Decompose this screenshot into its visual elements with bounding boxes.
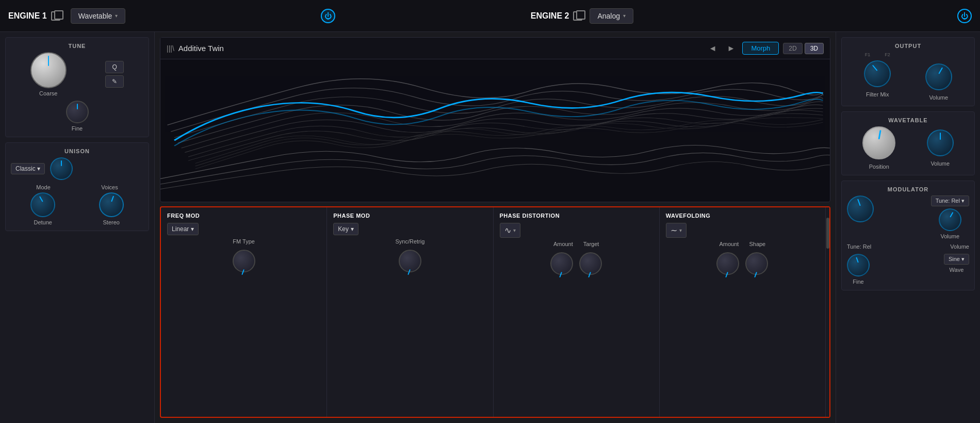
- scrollbar-thumb[interactable]: [826, 218, 829, 249]
- wt-volume-indicator: [940, 133, 941, 140]
- pd-target-knob[interactable]: [579, 252, 602, 275]
- stereo-knob[interactable]: [99, 192, 124, 217]
- wavetable-right-knobs: Position Volume: [847, 126, 969, 170]
- engine2-label: ENGINE 2: [531, 11, 583, 21]
- filter-mix-label: Filter Mix: [866, 91, 889, 97]
- phase-mod-title: PHASE MOD: [333, 213, 486, 219]
- wavetable-svg: [160, 59, 830, 202]
- output-volume-knob[interactable]: [925, 63, 952, 90]
- engine2-copy-icon[interactable]: [573, 11, 582, 21]
- engine1-copy-icon[interactable]: [51, 11, 60, 21]
- output-volume-container: Volume: [925, 52, 952, 101]
- phase-dist-amount-label: Amount: [553, 241, 573, 247]
- engine1-type-label: Wavetable: [78, 12, 112, 20]
- wavetable-icon: |||\: [167, 44, 174, 53]
- view-2d-button[interactable]: 2D: [783, 43, 802, 54]
- wt-position-container: Position: [862, 126, 895, 170]
- wf-shape-indicator: [755, 272, 758, 278]
- freq-mod-knob[interactable]: [233, 250, 255, 272]
- mode-select[interactable]: Classic ▾: [11, 163, 45, 174]
- phase-mod-knobs: [333, 250, 486, 272]
- phase-mod-knob[interactable]: [399, 250, 421, 272]
- mod-volume-label: Volume: [940, 233, 959, 239]
- engine2-type-label: Analog: [597, 12, 620, 20]
- phase-mod-dropdown[interactable]: Key ▾: [333, 223, 358, 235]
- engine2-power-button[interactable]: ⏻: [957, 9, 972, 23]
- mod-right-controls: Tune: Rel ▾ Volume: [931, 196, 969, 239]
- pencil-button[interactable]: ✎: [105, 75, 124, 88]
- output-volume-indicator: [938, 67, 943, 74]
- mod-volume-knob[interactable]: [939, 208, 961, 231]
- engine1-label: ENGINE 1: [8, 11, 60, 21]
- top-bar: ENGINE 1 Wavetable ▾ ⏻ ENGINE 2 Analog ▾…: [0, 0, 980, 32]
- freq-mod-arrow: ▾: [191, 225, 194, 233]
- output-volume-label: Volume: [929, 94, 948, 101]
- wt-volume-label: Volume: [930, 160, 950, 167]
- engine2-section: ENGINE 2 Analog ▾ ⏻: [531, 8, 972, 24]
- mod-fine-knob[interactable]: [847, 254, 870, 276]
- q-button[interactable]: Q: [105, 61, 124, 73]
- view-3d-button[interactable]: 3D: [805, 43, 824, 54]
- filter-mix-indicator: [872, 65, 878, 71]
- freq-mod-knobs: [167, 250, 320, 272]
- fine-knob[interactable]: [66, 101, 89, 123]
- engine1-power-button[interactable]: ⏻: [321, 9, 335, 23]
- wavefolding-dropdown[interactable]: ∼ ▾: [666, 223, 687, 238]
- mod-fine-indicator: [856, 257, 859, 263]
- phase-mod-indicator: [407, 269, 411, 275]
- detune-knob[interactable]: [30, 192, 55, 217]
- fine-knob-container: Fine: [66, 101, 89, 132]
- wf-amount-knob[interactable]: [716, 252, 739, 275]
- wt-position-knob[interactable]: [862, 126, 895, 159]
- front-waves: [160, 145, 830, 189]
- wavefolding-title: WAVEFOLDING: [666, 213, 819, 219]
- filter-sub-labels: F1 F2: [865, 52, 890, 57]
- pd-amount-container: [550, 252, 573, 275]
- freq-mod-section: FREQ MOD Linear ▾ FM Type: [161, 207, 327, 417]
- freq-mod-dropdown[interactable]: Linear ▾: [167, 223, 199, 235]
- mode-label: Mode: [36, 184, 51, 190]
- main-area: TUNE Coarse Q ✎ Fine: [0, 32, 980, 423]
- modulator-section: MODULATOR Tune: Rel ▾: [841, 181, 975, 290]
- coarse-knob[interactable]: [30, 52, 67, 88]
- wavefolding-labels: Amount Shape: [666, 241, 819, 247]
- engine2-type-dropdown[interactable]: Analog ▾: [590, 8, 633, 24]
- phase-distortion-section: PHASE DISTORTION ∿ ▾ Amount Target: [494, 207, 660, 417]
- mod-tune-knob[interactable]: [847, 196, 874, 222]
- engine1-type-dropdown[interactable]: Wavetable ▾: [71, 8, 126, 24]
- voices-indicator: [61, 160, 62, 166]
- voices-label: Voices: [101, 184, 118, 190]
- fm-type-label: FM Type: [167, 238, 320, 245]
- tune-rel-dropdown[interactable]: Tune: Rel ▾: [931, 196, 969, 206]
- tune-knobs-row: Coarse Q ✎: [11, 52, 143, 96]
- pd-amount-knob[interactable]: [550, 252, 573, 275]
- wt-volume-container: Volume: [927, 129, 954, 167]
- wf-shape-knob[interactable]: [745, 252, 768, 275]
- wavetable-next-button[interactable]: ►: [724, 43, 739, 54]
- wavefolding-amount-label: Amount: [720, 241, 739, 247]
- wave-dropdown[interactable]: Sine ▾: [944, 254, 969, 265]
- left-panel: TUNE Coarse Q ✎ Fine: [0, 32, 155, 423]
- output-section: OUTPUT F1 F2 Filter Mix: [841, 37, 975, 106]
- morph-button[interactable]: Morph: [742, 42, 779, 55]
- engine1-power-icon: ⏻: [324, 12, 332, 20]
- engine2-dropdown-arrow: ▾: [623, 13, 626, 19]
- f2-label: F2: [885, 52, 890, 57]
- filter-mix-knob[interactable]: [864, 60, 891, 87]
- unison-top-row: Classic ▾: [11, 157, 143, 180]
- wf-amount-container: [716, 252, 739, 275]
- wt-position-label: Position: [869, 164, 889, 170]
- f1-label: F1: [865, 52, 871, 57]
- detune-container: Detune: [11, 192, 75, 225]
- mod-tune-container: [847, 196, 874, 222]
- unison-title: UNISON: [11, 148, 143, 154]
- phase-mod-key-value: Key: [338, 225, 349, 233]
- voices-knob[interactable]: [50, 157, 73, 180]
- modulator-row3: Fine Sine ▾ Wave: [847, 254, 969, 285]
- mod-fine-label: Fine: [853, 279, 863, 285]
- phase-distortion-dropdown[interactable]: ∿ ▾: [500, 223, 520, 238]
- mod-scrollbar[interactable]: [825, 207, 829, 417]
- phase-distortion-labels: Amount Target: [500, 241, 653, 247]
- wavetable-prev-button[interactable]: ◄: [706, 43, 720, 54]
- wt-volume-knob[interactable]: [927, 129, 954, 156]
